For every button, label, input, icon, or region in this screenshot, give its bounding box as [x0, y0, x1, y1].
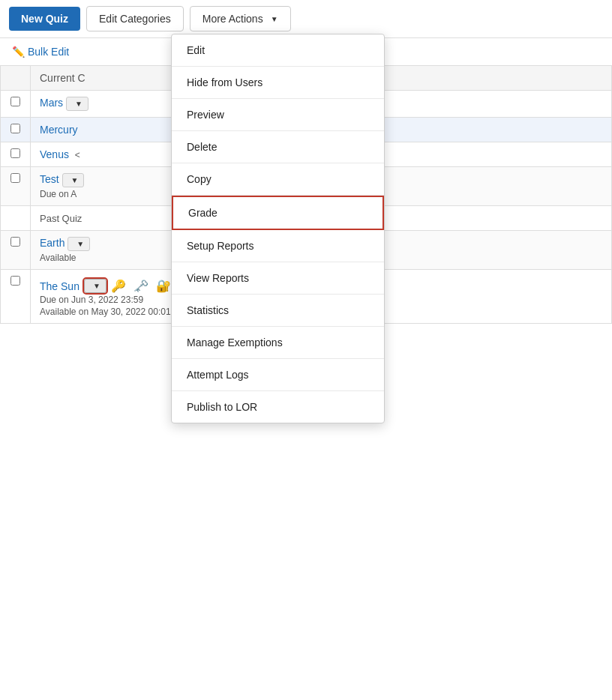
menu-item-edit[interactable]: Edit: [172, 34, 384, 67]
checkbox-mars[interactable]: [10, 97, 20, 106]
key2-icon[interactable]: 🗝️: [134, 279, 148, 293]
menu-item-view-reports[interactable]: View Reports: [172, 262, 384, 295]
menu-item-attempt-logs[interactable]: Attempt Logs: [172, 359, 384, 391]
menu-item-manage-exemptions[interactable]: Manage Exemptions: [172, 327, 384, 359]
row-checkbox-mercury[interactable]: [1, 118, 31, 142]
row-checkbox-the-sun[interactable]: [1, 270, 31, 324]
quiz-link-venus[interactable]: Venus: [40, 148, 69, 160]
menu-item-copy[interactable]: Copy: [172, 163, 384, 196]
more-actions-button[interactable]: More Actions: [190, 6, 291, 31]
quiz-link-test[interactable]: Test: [40, 173, 59, 185]
dropdown-toggle-earth[interactable]: [68, 237, 90, 251]
past-quiz-label: Past Quiz: [40, 213, 82, 224]
menu-item-statistics[interactable]: Statistics: [172, 295, 384, 327]
checkbox-earth[interactable]: [10, 237, 20, 247]
pencil-icon: ✏️: [12, 46, 25, 58]
checkbox-venus[interactable]: [10, 148, 20, 158]
edit-categories-button[interactable]: Edit Categories: [86, 6, 184, 31]
menu-item-hide-from-users[interactable]: Hide from Users: [172, 67, 384, 99]
row-checkbox-earth[interactable]: [1, 231, 31, 270]
earth-available-label: Available: [40, 253, 76, 263]
top-bar: New Quiz Edit Categories More Actions: [0, 0, 612, 38]
row-checkbox-venus[interactable]: [1, 142, 31, 167]
quiz-link-the-sun[interactable]: The Sun: [40, 280, 80, 292]
dropdown-menu: EditHide from UsersPreviewDeleteCopyGrad…: [171, 34, 385, 423]
bulk-edit-link[interactable]: ✏️ Bulk Edit: [12, 46, 69, 58]
dropdown-toggle-test[interactable]: [62, 173, 85, 187]
checkbox-mercury[interactable]: [10, 124, 20, 133]
new-quiz-button[interactable]: New Quiz: [9, 7, 80, 31]
menu-item-publish-to-lor[interactable]: Publish to LOR: [172, 391, 384, 423]
dropdown-toggle-the-sun[interactable]: [84, 279, 106, 293]
venus-indicator: <: [75, 150, 80, 160]
quiz-link-earth[interactable]: Earth: [40, 237, 64, 249]
menu-item-preview[interactable]: Preview: [172, 99, 384, 131]
key3-icon[interactable]: 🔐: [156, 279, 171, 293]
table-header-check: [1, 66, 31, 91]
row-checkbox-test[interactable]: [1, 167, 31, 206]
dropdown-toggle-mars[interactable]: [66, 97, 88, 111]
checkbox-the-sun[interactable]: [10, 276, 20, 286]
quiz-link-mars[interactable]: Mars: [40, 97, 63, 109]
bulk-edit-label: Bulk Edit: [28, 46, 69, 58]
row-checkbox-past-quiz: [1, 206, 31, 231]
menu-item-delete[interactable]: Delete: [172, 131, 384, 163]
menu-item-setup-reports[interactable]: Setup Reports: [172, 230, 384, 262]
row-checkbox-mars[interactable]: [1, 91, 31, 118]
quiz-link-mercury[interactable]: Mercury: [40, 124, 78, 136]
checkbox-test[interactable]: [10, 173, 20, 183]
key1-icon[interactable]: 🔑: [111, 279, 126, 293]
menu-item-grade[interactable]: Grade: [172, 196, 384, 230]
